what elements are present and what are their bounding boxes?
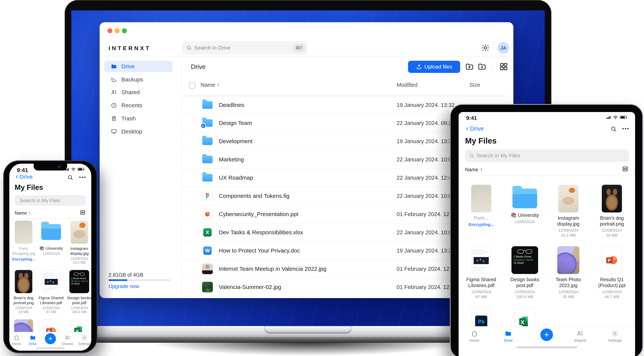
column-header-modified[interactable]: Modified [397, 82, 418, 88]
user-avatar[interactable]: JA [498, 42, 509, 54]
grid-view-button[interactable] [499, 62, 508, 71]
nav-item-shared[interactable]: Shared [574, 330, 586, 343]
file-card-figma-pdf[interactable]: Figma Shared Libraries.pdf 12/09/2024 87… [38, 270, 64, 314]
svg-text:X: X [520, 319, 524, 325]
book-cover-thumbnail: 5 Books Every Designer Needs To Read [512, 246, 538, 274]
file-card-instagram[interactable]: Instagram display.jpg 12/09/2024 16.2 MB [66, 221, 91, 265]
sidebar-item-backups[interactable]: Backups [104, 74, 173, 85]
file-card-paris[interactable]: Paris Shopping.jpg Encrypting... [10, 221, 37, 261]
upload-folder-button[interactable] [465, 62, 474, 71]
nav-item-drive[interactable]: Drive [504, 330, 513, 343]
file-card-team-photo[interactable]: Team Photo 2022.jpg 12/09/2024 35 MB [549, 246, 587, 299]
people-icon [576, 330, 584, 337]
file-name: Design books post.pdf [66, 295, 91, 305]
drive-search-input[interactable] [194, 45, 293, 51]
back-label: Drive [470, 125, 484, 132]
search-input[interactable] [20, 198, 83, 203]
traffic-light-close-button[interactable] [108, 28, 112, 33]
upload-icon [416, 64, 422, 70]
encrypting-status: Encrypting... [12, 257, 35, 261]
search-input[interactable] [476, 153, 625, 159]
file-name: Paris Shopping.jpg [10, 246, 37, 256]
photo-thumbnail [558, 185, 578, 212]
drive-search-bar[interactable]: ⌘F [182, 41, 307, 54]
more-options-button[interactable] [622, 128, 628, 129]
file-name: How to Protect Your Privacy.doc [219, 247, 300, 254]
upgrade-now-link[interactable]: Upgrade now [108, 283, 139, 289]
settings-gear-button[interactable] [481, 43, 490, 52]
home-indicator[interactable] [516, 347, 577, 348]
internxt-logo: INTERNXT [108, 45, 151, 51]
book-title-line: Designer Needs [71, 280, 88, 283]
file-name: 📚 University [39, 246, 63, 251]
file-card-figma-pdf[interactable]: Figma Shared Libraries.pdf 12/09/2024 87… [462, 246, 500, 299]
sort-by-name-button[interactable]: Name↑ [465, 167, 482, 173]
traffic-light-minimize-button[interactable] [115, 28, 120, 33]
file-modified: 01 February 2024. 12:3 [397, 211, 454, 217]
file-card-design-books[interactable]: 5 Books Every Designer Needs To Read Des… [506, 246, 544, 299]
file-name: Team Photo 2022.jpg [549, 277, 587, 288]
sidebar-item-shared[interactable]: Shared [104, 87, 173, 98]
file-name: Instagram display.jpg [549, 215, 587, 227]
sort-arrow-icon: ↑ [28, 210, 30, 216]
nav-item-home[interactable]: Home [469, 330, 479, 343]
desktop-monitor-icon [111, 128, 117, 135]
status-icons [65, 168, 85, 171]
nav-item-settings[interactable]: Settings [608, 330, 622, 343]
file-name: Instagram display.jpg [66, 246, 91, 256]
file-card-dog[interactable]: Brian's dog portrait.png 12/09/2024 18 M… [10, 270, 37, 314]
select-all-checkbox[interactable] [189, 82, 196, 89]
nav-item-drive[interactable]: Drive [29, 335, 37, 346]
file-card-results-ppt[interactable]: P Results Q1 (Product).ppt 12/09/2024 48… [593, 246, 631, 299]
search-button[interactable] [610, 126, 617, 132]
keyboard-shortcut-badge: ⌘F [293, 44, 305, 52]
file-size: 35 MB [562, 295, 574, 299]
photo-thumbnail [202, 263, 213, 274]
back-to-drive-button[interactable]: Drive [15, 174, 33, 180]
file-size: 48.7 MB [604, 295, 619, 299]
traffic-light-zoom-button[interactable] [122, 28, 127, 33]
new-folder-button[interactable] [478, 62, 486, 71]
sidebar-item-desktop[interactable]: Desktop [104, 126, 173, 137]
sidebar-item-trash[interactable]: Trash [104, 113, 173, 124]
search-button[interactable] [67, 174, 74, 180]
book-title-line: Designer Needs [513, 258, 533, 261]
gear-icon [81, 335, 88, 341]
battery-icon [78, 168, 85, 171]
folder-card-university[interactable]: 📚 University 12/09/2024 [506, 185, 544, 224]
sort-label: Name [15, 210, 27, 216]
file-card-instagram[interactable]: Instagram display.jpg 12/09/2024 16.2 MB [549, 185, 587, 237]
search-field[interactable] [15, 195, 86, 206]
back-to-drive-button[interactable]: Drive [465, 125, 484, 132]
file-card-paris[interactable]: Paris... Encrypting... [462, 185, 500, 227]
nav-item-settings[interactable]: Settings [78, 335, 90, 346]
sidebar-item-recents[interactable]: Recents [104, 100, 173, 111]
nav-item-shared[interactable]: Shared [62, 335, 73, 346]
more-options-button[interactable] [79, 177, 86, 178]
file-date: 12/09/2024 [558, 290, 578, 294]
upload-files-button[interactable]: Upload files [408, 61, 460, 73]
sidebar-item-drive[interactable]: Drive [104, 61, 173, 72]
add-new-button[interactable] [540, 329, 553, 341]
file-date: 12/09/2024 [471, 290, 491, 294]
home-indicator[interactable] [36, 348, 65, 349]
file-card-dog[interactable]: Brian's dog portrait.png 12/09/2024 18 M… [593, 185, 631, 237]
nav-item-home[interactable]: Home [12, 335, 21, 346]
sort-by-name-button[interactable]: Name↑ [15, 210, 30, 216]
column-header-size[interactable]: Size [470, 82, 480, 88]
folder-card-university[interactable]: 📚 University 12/09/2024 [38, 221, 64, 256]
bottom-navigation: Home Drive Shared Settings [9, 332, 91, 351]
column-header-name[interactable]: Name ↑ [200, 82, 220, 88]
search-field[interactable] [465, 150, 629, 162]
file-card-design-books[interactable]: 5 Books Every Designer Needs To Read Des… [66, 270, 91, 314]
status-icons [606, 115, 628, 119]
list-view-toggle[interactable] [622, 166, 628, 173]
photo-thumbnail [557, 246, 579, 274]
file-name: Valencia-Summer-02.jpg [219, 284, 281, 290]
search-icon [186, 45, 192, 51]
add-new-button[interactable] [45, 333, 56, 344]
photo-thumbnail [202, 282, 213, 293]
iphone-device: 9:41 Drive My Files Name↑ [3, 161, 97, 353]
camera-icon [58, 166, 61, 168]
list-view-toggle[interactable] [80, 209, 86, 216]
